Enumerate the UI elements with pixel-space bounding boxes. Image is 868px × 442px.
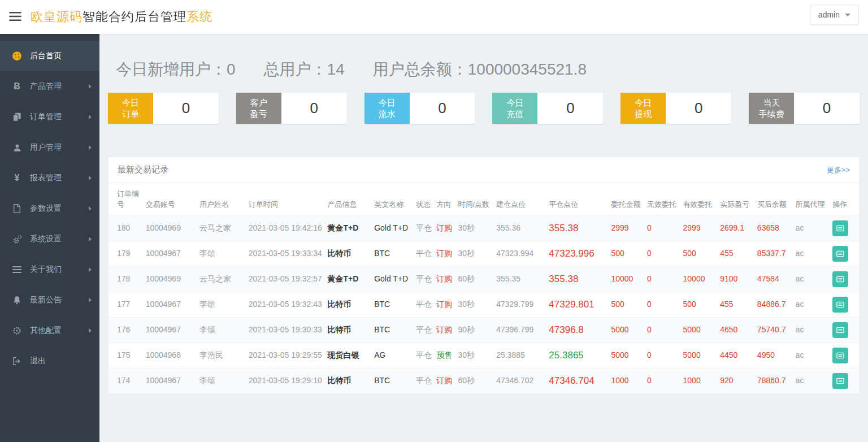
row-detail-button[interactable] [832, 373, 848, 389]
column-header: 时间/点数 [458, 183, 496, 215]
cell-invalid: 0 [647, 343, 683, 368]
cell-profit: 9100 [720, 266, 757, 292]
cell-open-price: 47329.799 [496, 292, 549, 317]
cell-invalid: 0 [647, 266, 683, 292]
cell-agent: ac [796, 292, 833, 317]
stat-card-today-deposit: 今日 充值 0 [492, 93, 603, 124]
column-header: 有效委托 [683, 183, 721, 215]
cell-product: 比特币 [328, 241, 375, 266]
latest-trades-panel: 最新交易记录 更多>> 订单编号交易账号用户姓名订单时间产品信息英文名称状态方向… [108, 157, 860, 395]
row-detail-button[interactable] [832, 271, 848, 287]
list-detail-icon [836, 351, 845, 360]
cell-direction: 订购 [436, 292, 458, 317]
cell-product: 现货白银 [328, 343, 375, 368]
cell-open-price: 25.3885 [496, 343, 549, 368]
cell-profit: 2699.1 [720, 215, 757, 241]
row-detail-button[interactable] [832, 322, 848, 338]
stat-card-customer-pnl: 客户 盈亏 0 [236, 93, 347, 124]
sidebar-item-logout[interactable]: 退出 [0, 346, 99, 376]
file-icon [11, 203, 23, 214]
cell-account: 10004969 [146, 215, 199, 241]
admin-dropdown[interactable]: admin [810, 5, 859, 25]
row-detail-button[interactable] [832, 246, 848, 262]
sidebar-item-label: 产品管理 [30, 81, 62, 92]
cell-close-price: 47329.801 [549, 292, 611, 317]
stat-card-today-flow: 今日 流水 0 [364, 93, 475, 124]
cell-agent: ac [796, 241, 833, 266]
cell-balance: 85337.7 [757, 241, 796, 266]
sidebar-item-dashboard[interactable]: 后台首页 [0, 41, 99, 71]
cell-order-time: 2021-03-05 19:30:33 [249, 317, 328, 343]
sidebar-item-reports[interactable]: ¥ 报表管理 [0, 163, 99, 193]
row-detail-button[interactable] [832, 220, 848, 236]
cell-direction: 订购 [436, 317, 458, 343]
cell-symbol: BTC [374, 241, 416, 266]
cell-actions [832, 241, 859, 266]
cell-invalid: 0 [647, 317, 683, 343]
stat-card-label: 客户 盈亏 [236, 93, 281, 124]
chevron-right-icon [89, 115, 92, 119]
cell-agent: ac [796, 266, 833, 292]
trades-table: 订单编号交易账号用户姓名订单时间产品信息英文名称状态方向时间/点数建仓点位平仓点… [108, 183, 859, 394]
sidebar-item-about[interactable]: 关于我们 [0, 254, 99, 285]
cell-account: 10004969 [146, 266, 199, 292]
cell-actions [832, 368, 859, 393]
cell-duration: 30秒 [458, 241, 496, 266]
sidebar-item-parameters[interactable]: 参数设置 [0, 193, 99, 224]
cell-status: 平仓 [416, 368, 436, 393]
summary-total-users: 总用户：14 [264, 59, 345, 80]
cell-profit: 455 [720, 292, 757, 317]
cell-open-price: 355.36 [496, 215, 549, 241]
list-detail-icon [836, 376, 845, 385]
row-detail-button[interactable] [832, 297, 848, 313]
cell-order-no: 174 [108, 368, 146, 393]
sidebar-item-label: 报表管理 [30, 173, 62, 183]
more-link[interactable]: 更多>> [827, 165, 850, 175]
cell-open-price: 47346.702 [496, 368, 549, 393]
column-header: 产品信息 [328, 183, 375, 215]
bitcoin-icon: Ƀ [11, 81, 23, 92]
panel-header: 最新交易记录 更多>> [108, 157, 859, 183]
stat-card-value: 0 [281, 93, 347, 124]
cell-order-time: 2021-03-05 19:42:16 [249, 215, 328, 241]
cell-account: 10004967 [146, 292, 199, 317]
sidebar-item-announcements[interactable]: 最新公告 [0, 285, 99, 315]
sidebar-item-system-settings[interactable]: 系统设置 [0, 224, 99, 254]
gears-icon [11, 233, 23, 245]
row-detail-button[interactable] [832, 348, 848, 363]
cell-balance: 84886.7 [757, 292, 796, 317]
column-header: 买后余额 [757, 183, 796, 215]
sidebar-item-other-config[interactable]: 其他配置 [0, 315, 99, 346]
table-row: 176 10004967 李頌 2021-03-05 19:30:33 比特币 … [108, 317, 859, 343]
cell-username: 李浩民 [199, 343, 249, 368]
cell-actions [832, 317, 859, 343]
table-row: 178 10004969 云马之家 2021-03-05 19:32:57 黄金… [108, 266, 859, 292]
logout-icon [11, 356, 23, 367]
cell-duration: 60秒 [458, 266, 496, 292]
chevron-right-icon [89, 176, 92, 180]
list-icon [11, 264, 23, 275]
cell-username: 李頌 [199, 241, 249, 266]
cell-valid: 2999 [683, 215, 721, 241]
cell-account: 10004967 [146, 241, 199, 266]
stat-card-today-orders: 今日 订单 0 [108, 93, 219, 124]
sidebar-item-orders[interactable]: 订单管理 [0, 102, 99, 132]
cell-duration: 30秒 [458, 343, 496, 368]
stat-card-value: 0 [537, 93, 603, 124]
sidebar-item-label: 参数设置 [30, 203, 62, 214]
cell-actions [832, 215, 859, 241]
list-detail-icon [836, 275, 845, 284]
cell-symbol: BTC [374, 317, 416, 343]
cell-amount: 500 [611, 241, 647, 266]
cell-duration: 60秒 [458, 368, 496, 393]
dashboard-icon [11, 50, 23, 62]
sidebar-item-products[interactable]: Ƀ 产品管理 [0, 71, 99, 102]
column-header: 状态 [416, 183, 436, 215]
cell-product: 黄金T+D [328, 215, 375, 241]
hamburger-menu-button[interactable] [7, 8, 24, 25]
cell-symbol: AG [374, 343, 416, 368]
sidebar-item-users[interactable]: 用户管理 [0, 132, 99, 163]
summary-total-balance: 用户总余额：100000345521.8 [373, 59, 587, 80]
cell-status: 平仓 [416, 241, 436, 266]
cell-status: 平仓 [416, 215, 436, 241]
